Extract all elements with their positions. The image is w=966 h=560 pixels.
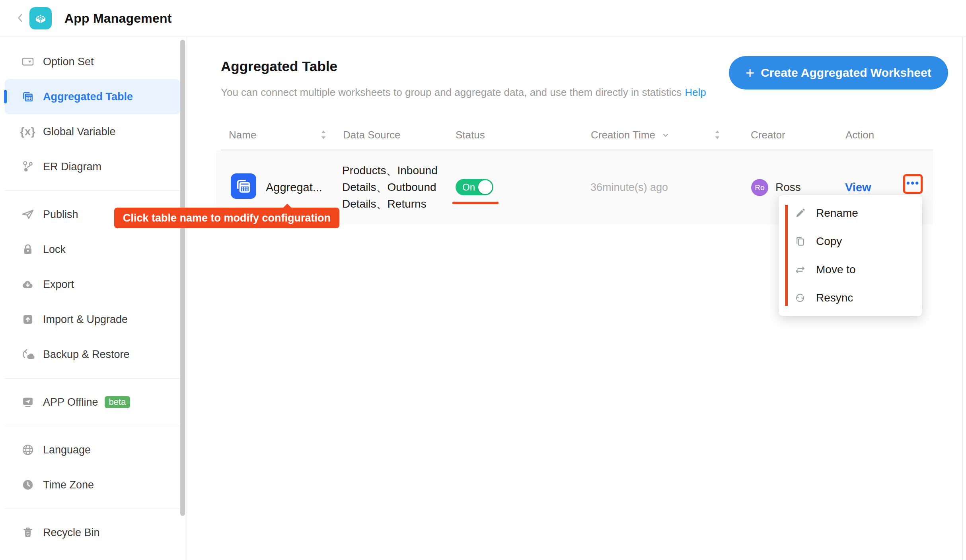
app-logo-icon — [29, 7, 52, 29]
sidebar-item-backup-restore[interactable]: Backup & Restore — [0, 337, 187, 372]
sidebar-item-label: Global Variable — [43, 126, 116, 138]
sidebar-item-import-upgrade[interactable]: Import & Upgrade — [0, 302, 187, 337]
more-actions-button[interactable]: ••• — [903, 174, 923, 194]
toggle-knob — [478, 180, 492, 194]
sidebar-item-aggregated-table[interactable]: Aggregated Table — [5, 79, 180, 114]
ellipsis-icon: ••• — [906, 178, 919, 188]
sidebar-item-label: Option Set — [43, 56, 94, 68]
column-header-data-source: Data Source — [343, 119, 401, 150]
sidebar-item-label: Recycle Bin — [43, 527, 100, 539]
resync-icon — [794, 292, 806, 304]
status-toggle-label: On — [462, 182, 475, 193]
page-scrollbar-track[interactable] — [962, 37, 963, 560]
menu-item-label: Move to — [816, 263, 856, 276]
column-header-creator: Creator — [751, 119, 785, 150]
sidebar-divider — [5, 378, 180, 379]
sidebar-item-language[interactable]: Language — [0, 432, 187, 467]
creator-avatar: Ro — [751, 179, 768, 196]
sidebar-item-time-zone[interactable]: Time Zone — [0, 467, 187, 502]
sidebar-item-label: APP Offline — [43, 396, 98, 408]
sidebar-item-app-offline[interactable]: APP Offline beta — [0, 385, 187, 420]
sidebar-item-global-variable[interactable]: {x} Global Variable — [0, 114, 187, 149]
sidebar-item-recycle-bin[interactable]: Recycle Bin — [0, 515, 187, 550]
plus-icon: + — [746, 65, 754, 80]
menu-item-rename[interactable]: Rename — [779, 199, 922, 227]
annotation-tooltip: Click table name to modify configuration — [114, 208, 339, 228]
column-header-action: Action — [845, 119, 874, 150]
sidebar-item-label: Language — [43, 444, 91, 456]
page-title: App Management — [64, 11, 172, 26]
sidebar-item-label: Export — [43, 278, 74, 291]
create-aggregated-worksheet-button[interactable]: + Create Aggregated Worksheet — [729, 56, 948, 89]
option-set-icon — [21, 54, 35, 69]
row-creation-time: 36minute(s) ago — [590, 150, 668, 224]
sidebar-item-label: Backup & Restore — [43, 348, 130, 361]
data-source-line: Details、Returns — [342, 196, 438, 212]
table-header: Name Data Source Status Creation Time Cr… — [221, 119, 933, 150]
menu-item-label: Rename — [816, 207, 858, 220]
sidebar-divider — [5, 426, 180, 426]
help-link[interactable]: Help — [685, 86, 706, 98]
annotation-underline — [452, 202, 499, 204]
menu-item-move-to[interactable]: Move to — [779, 255, 922, 284]
section-title: Aggregated Table — [221, 58, 337, 74]
aggregated-table-icon — [21, 89, 35, 104]
export-cloud-icon — [21, 277, 35, 292]
sidebar-item-export[interactable]: Export — [0, 267, 187, 302]
import-upgrade-icon — [21, 312, 35, 327]
menu-item-label: Resync — [816, 292, 853, 304]
tooltip-text: Click table name to modify configuration — [123, 212, 331, 224]
column-header-status: Status — [456, 119, 485, 150]
sidebar-item-label: Aggregated Table — [43, 91, 133, 103]
top-header: App Management — [0, 0, 966, 37]
column-header-creation-time[interactable]: Creation Time — [591, 119, 670, 150]
copy-icon — [794, 235, 806, 248]
back-chevron-icon[interactable] — [15, 12, 25, 24]
recycle-bin-icon — [21, 525, 35, 540]
clock-icon — [21, 478, 35, 492]
menu-item-label: Copy — [816, 235, 842, 248]
pencil-icon — [794, 207, 806, 220]
status-toggle[interactable]: On — [456, 179, 493, 195]
row-data-source: Products、Inbound Details、Outbound Detail… — [342, 162, 438, 212]
app-management-page: App Management Option Set — [0, 0, 966, 560]
sort-icon[interactable] — [319, 119, 328, 150]
data-source-line: Details、Outbound — [342, 179, 438, 196]
sidebar: Option Set Aggregated Table — [0, 37, 187, 560]
sidebar-item-label: ER Diagram — [43, 161, 101, 173]
publish-icon — [21, 207, 35, 222]
sidebar-scrollbar-thumb[interactable] — [180, 40, 185, 516]
data-source-line: Products、Inbound — [342, 162, 438, 179]
sidebar-item-label: Publish — [43, 208, 78, 221]
global-variable-icon: {x} — [21, 124, 35, 139]
move-to-icon — [794, 263, 806, 276]
aggregated-table-row-icon — [231, 173, 256, 199]
beta-badge: beta — [105, 396, 130, 408]
sidebar-item-option-set[interactable]: Option Set — [0, 44, 187, 79]
app-offline-icon — [21, 395, 35, 409]
sidebar-item-label: Import & Upgrade — [43, 313, 128, 326]
backup-restore-icon — [21, 347, 35, 362]
row-context-menu: Rename Copy Move to — [779, 195, 922, 316]
lock-icon — [21, 242, 35, 257]
er-diagram-icon — [21, 159, 35, 174]
menu-item-copy[interactable]: Copy — [779, 227, 922, 255]
sidebar-item-er-diagram[interactable]: ER Diagram — [0, 149, 187, 184]
active-indicator-bar — [4, 90, 7, 103]
sort-icon[interactable] — [713, 119, 722, 150]
create-button-label: Create Aggregated Worksheet — [761, 66, 931, 80]
section-description: You can connect multiple worksheets to g… — [221, 86, 706, 99]
sidebar-item-label: Time Zone — [43, 479, 94, 491]
sidebar-divider — [5, 509, 180, 509]
globe-icon — [21, 443, 35, 457]
column-header-name: Name — [229, 119, 256, 150]
sidebar-item-label: Lock — [43, 243, 66, 256]
menu-item-resync[interactable]: Resync — [779, 284, 922, 312]
chevron-down-icon — [661, 130, 670, 140]
sidebar-item-lock[interactable]: Lock — [0, 232, 187, 267]
description-text: You can connect multiple worksheets to g… — [221, 86, 682, 98]
sidebar-divider — [5, 191, 180, 191]
